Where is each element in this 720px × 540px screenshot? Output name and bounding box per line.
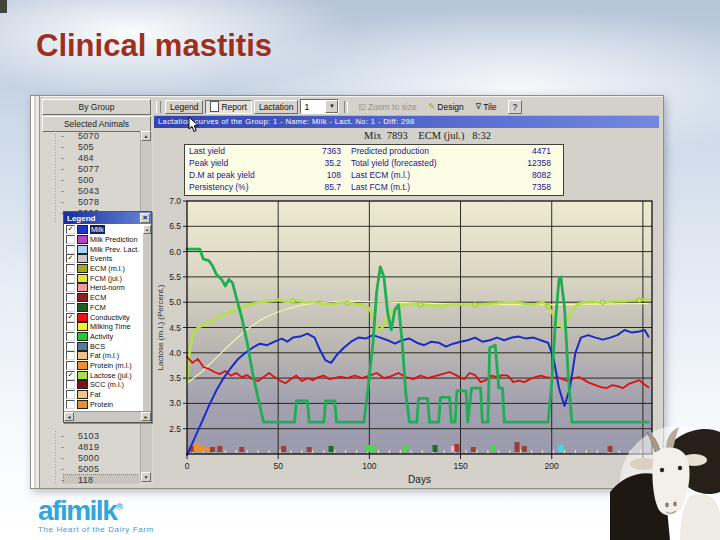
legend-button[interactable]: Legend [165,100,203,114]
checkbox-icon[interactable] [66,361,75,370]
afimilk-wordmark: afimilk® [38,494,154,524]
checkbox-icon[interactable] [66,322,75,331]
lactation-button[interactable]: Lactation [254,100,299,114]
animal-list-item[interactable]: -5005 [42,464,139,475]
legend-item[interactable]: Milk Prev. Lact. [65,244,142,254]
checkbox-icon[interactable] [66,245,75,254]
legend-scrollbar[interactable] [143,234,151,411]
checkbox-icon[interactable] [66,342,75,351]
color-swatch [77,254,88,263]
legend-item[interactable]: ✓Events [65,254,142,264]
legend-item-label: ECM (m.l.) [90,264,125,273]
legend-item[interactable]: Protein [65,399,142,409]
legend-item-label: Activity [90,332,113,341]
legend-item[interactable]: Herd-norm [65,283,142,293]
legend-item[interactable]: Milking Time [65,322,142,332]
legend-item-label: Milk [90,225,105,234]
window-splitter[interactable] [31,96,40,488]
xtick-label: 200 [545,461,559,471]
chart-title-bar: Lactation curves of the Group: 1 - Name:… [154,116,659,128]
animal-list-item[interactable]: -505 [42,142,139,153]
scroll-up-icon[interactable]: ▲ [141,131,151,141]
legend-item-label: Milk Prediction [90,235,137,244]
legend-item[interactable]: Fat [65,390,142,400]
report-button[interactable]: Report [205,100,252,114]
tree-dash: - [42,442,64,453]
lactation-select[interactable]: 1 ▾ [300,99,339,114]
toolbar: Legend Report Lactation 1 ▾ ◱ Zoom to si… [154,98,659,116]
legend-item-label: FCM [90,303,106,312]
animal-list-item[interactable]: -4819 [42,442,139,453]
legend-item[interactable]: Activity [65,332,142,342]
animal-list-item[interactable]: -5103 [42,431,139,442]
by-group-button[interactable]: By Group [42,99,151,115]
zoom-to-size-button[interactable]: ◱ Zoom to size [353,99,421,115]
legend-scroll-up-icon[interactable]: ▲ [143,225,151,234]
legend-item[interactable]: Fat (m.l.) [65,351,142,361]
legend-item[interactable]: FCM (jul.) [65,273,142,283]
animal-list-bottom: -5103-4819-5000-5005-118 [42,431,139,484]
toolbar-grip[interactable] [156,101,161,113]
design-button[interactable]: ✎ Design [424,99,469,115]
lactation-chart[interactable]: 2.53.03.54.04.55.05.56.06.57.00501001502… [154,194,656,486]
checkbox-icon[interactable]: ✓ [66,371,75,380]
close-icon[interactable]: × [140,213,150,223]
help-button[interactable]: ? [508,100,523,114]
animal-list-item[interactable]: -5078 [42,197,139,208]
event-marker [205,447,210,452]
animal-list-item[interactable]: -118 [42,475,139,484]
checkbox-icon[interactable]: ✓ [66,313,75,322]
legend-hscrollbar[interactable]: ◄ ► [64,411,151,422]
hscroll-track[interactable] [74,412,141,422]
checkbox-icon[interactable] [66,293,75,302]
event-marker [558,445,563,452]
checkbox-icon[interactable] [66,283,75,292]
animal-list-item[interactable]: -5000 [42,453,139,464]
legend-item[interactable]: SCC (m.l.) [65,380,142,390]
tile-button[interactable]: ∇ Tile [471,99,502,115]
lactose-marker [637,298,641,302]
legend-item[interactable]: ECM (m.l.) [65,264,142,274]
mouse-cursor [188,116,200,134]
color-swatch [77,342,88,351]
chevron-down-icon[interactable]: ▾ [325,100,338,113]
checkbox-icon[interactable]: ✓ [66,225,75,234]
animal-list-item[interactable]: -5077 [42,164,139,175]
animal-list-item[interactable]: -5070 [42,131,139,142]
ytick-label: 4.5 [169,323,181,333]
stat-value: 108 [291,169,341,181]
checkbox-icon[interactable] [66,274,75,283]
checkbox-icon[interactable] [66,380,75,389]
animal-list-item[interactable]: -5043 [42,186,139,197]
legend-item[interactable]: ✓Conductivity [65,312,142,322]
scroll-left-icon[interactable]: ◄ [64,412,74,421]
color-swatch [77,274,88,283]
legend-item[interactable]: ✓Milk [65,225,142,235]
page-title: Clinical mastitis [36,28,272,64]
lactose-marker [418,303,422,307]
legend-item[interactable]: ✓Lactose (jul.) [65,370,142,380]
event-marker [403,445,408,452]
tree-dash: - [42,197,64,208]
scroll-right-icon[interactable]: ► [141,412,151,421]
animal-list-item[interactable]: -500 [42,175,139,186]
zoom-icon: ◱ [358,103,366,111]
checkbox-icon[interactable] [66,400,75,409]
chart-panel: Legend Report Lactation 1 ▾ ◱ Zoom to si… [154,98,659,486]
scroll-down-icon[interactable]: ▼ [141,472,151,482]
legend-item[interactable]: Milk Prediction [65,235,142,245]
selected-animals-button[interactable]: Selected Animals [42,116,151,132]
legend-item[interactable]: Protein (m.l.) [65,361,142,371]
legend-window-titlebar[interactable]: Legend × [64,212,151,224]
checkbox-icon[interactable] [66,303,75,312]
checkbox-icon[interactable] [66,351,75,360]
checkbox-icon[interactable] [66,264,75,273]
legend-item[interactable]: FCM [65,303,142,313]
checkbox-icon[interactable] [66,332,75,341]
checkbox-icon[interactable]: ✓ [66,254,75,263]
legend-item[interactable]: BCS [65,341,142,351]
animal-list-item[interactable]: -484 [42,153,139,164]
checkbox-icon[interactable] [66,235,75,244]
legend-item[interactable]: ECM [65,293,142,303]
checkbox-icon[interactable] [66,390,75,399]
